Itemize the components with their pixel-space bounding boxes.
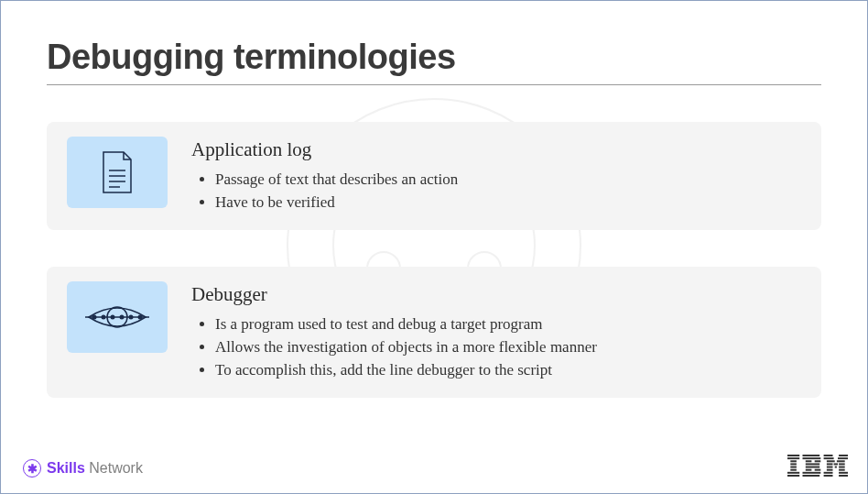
card-application-log: Application log Passage of text that des… [47,122,821,230]
svg-rect-27 [806,460,812,462]
svg-rect-26 [803,457,821,459]
ibm-logo [787,455,848,482]
svg-rect-47 [827,469,833,471]
svg-rect-20 [790,463,797,465]
svg-rect-50 [839,472,848,474]
svg-rect-42 [834,463,838,465]
svg-rect-38 [838,457,848,459]
svg-rect-18 [787,457,799,459]
svg-rect-30 [806,467,819,468]
svg-rect-46 [839,467,845,468]
list-item: Passage of text that describes an action [215,169,801,192]
document-icon [67,137,168,208]
svg-rect-35 [824,455,833,456]
footer: ✱ Skills Network [1,455,867,482]
svg-rect-41 [827,463,833,465]
svg-rect-51 [824,475,833,477]
svg-rect-17 [787,455,799,456]
skills-network-logo: ✱ Skills Network [23,459,143,478]
card-heading: Application log [191,138,801,161]
card-list: Is a program used to test and debug a ta… [191,313,801,381]
svg-rect-22 [790,469,797,471]
skills-network-icon: ✱ [23,459,41,478]
svg-rect-23 [787,472,799,474]
svg-rect-44 [827,467,833,468]
list-item: Allows the investigation of objects in a… [215,336,801,359]
svg-rect-33 [803,472,821,474]
list-item: Have to be verified [215,192,801,214]
svg-rect-32 [815,469,821,471]
svg-rect-49 [824,472,833,474]
slide-title: Debugging terminologies [47,38,821,77]
eye-icon [67,281,168,353]
list-item: Is a program used to test and debug a ta… [215,313,801,336]
svg-rect-31 [806,469,812,471]
svg-rect-39 [827,460,835,462]
footer-network: Network [89,460,143,476]
svg-rect-24 [787,475,799,477]
svg-rect-36 [839,455,848,456]
svg-rect-45 [835,467,837,468]
svg-rect-21 [790,467,797,468]
svg-rect-34 [803,475,820,477]
svg-point-16 [138,315,143,320]
card-debugger: Debugger Is a program used to test and d… [47,267,821,398]
svg-point-11 [92,315,97,320]
svg-rect-52 [839,475,848,477]
svg-point-12 [102,315,106,320]
svg-point-13 [111,315,115,320]
svg-rect-25 [803,455,820,456]
footer-skills: Skills [47,460,85,476]
svg-rect-28 [815,460,821,462]
svg-rect-40 [837,460,845,462]
card-list: Passage of text that describes an action… [191,169,801,214]
card-heading: Debugger [191,283,801,306]
svg-rect-37 [824,457,834,459]
svg-point-15 [129,315,134,320]
svg-rect-29 [806,463,819,465]
svg-rect-48 [839,469,845,471]
title-underline [47,84,821,85]
svg-rect-43 [839,463,845,465]
svg-rect-19 [790,460,797,462]
svg-point-14 [120,315,125,320]
list-item: To accomplish this, add the line debugge… [215,359,801,382]
